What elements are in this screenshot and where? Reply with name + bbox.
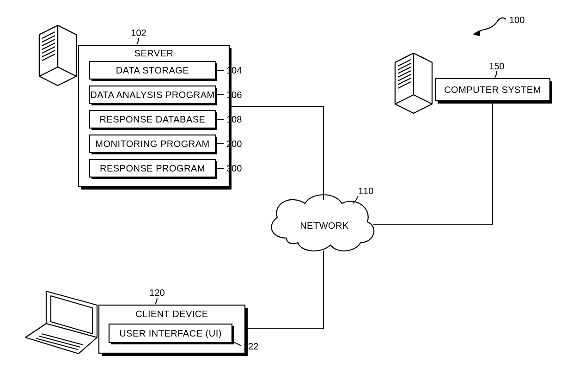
svg-text:104: 104 [226, 65, 242, 75]
figure-ref-number: 100 [509, 15, 524, 25]
network-ref: 110 [358, 186, 373, 196]
server-group: 102 SERVER DATA STORAGE 104 DATA ANALYSI… [39, 25, 242, 190]
server-ref: 102 [131, 28, 146, 38]
conn-network-client [245, 251, 323, 328]
client-device-group: 120 CLIENT DEVICE USER INTERFACE (UI) 12… [25, 288, 258, 356]
svg-text:106: 106 [226, 90, 242, 100]
computer-system-group: 150 COMPUTER SYSTEM [395, 53, 552, 113]
svg-text:122: 122 [243, 341, 258, 351]
svg-text:RESPONSE PROGRAM: RESPONSE PROGRAM [100, 163, 205, 173]
server-title: SERVER [134, 48, 174, 58]
client-device-title: CLIENT DEVICE [135, 309, 208, 319]
figure-ref-arrow: 100 [474, 15, 524, 36]
network-cloud: NETWORK 110 [271, 186, 374, 251]
svg-text:300: 300 [226, 163, 242, 173]
computer-system-ref: 150 [489, 61, 504, 71]
svg-text:USER INTERFACE (UI): USER INTERFACE (UI) [119, 328, 222, 338]
svg-text:200: 200 [226, 139, 242, 149]
svg-text:108: 108 [226, 114, 242, 124]
conn-computer-network [373, 101, 493, 224]
svg-text:RESPONSE DATABASE: RESPONSE DATABASE [100, 114, 206, 124]
network-label: NETWORK [300, 220, 349, 231]
svg-text:DATA STORAGE: DATA STORAGE [116, 65, 189, 75]
server-icon [39, 25, 76, 86]
computer-system-icon [395, 53, 432, 113]
client-device-ref: 120 [149, 288, 165, 298]
svg-marker-0 [474, 30, 481, 36]
computer-system-title: COMPUTER SYSTEM [444, 85, 541, 95]
patent-system-diagram: 100 102 SERVER DATA [0, 0, 573, 392]
svg-text:DATA ANALYSIS PROGRAM: DATA ANALYSIS PROGRAM [90, 90, 214, 100]
conn-server-network [229, 106, 323, 200]
laptop-icon [25, 291, 97, 354]
svg-text:MONITORING PROGRAM: MONITORING PROGRAM [95, 139, 210, 149]
